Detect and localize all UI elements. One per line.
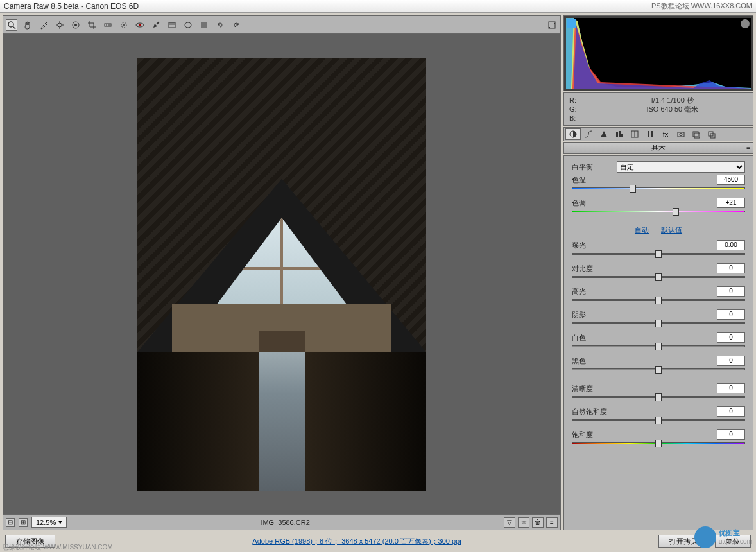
blacks-value[interactable]: 0 [717,356,745,366]
straighten-tool-icon[interactable] [102,19,114,31]
tab-fx-icon[interactable]: fx [658,128,673,140]
prefs-icon[interactable] [198,19,210,31]
svg-rect-26 [621,134,623,137]
svg-point-8 [74,24,77,26]
highlights-slider: 高光0 [572,286,745,303]
blacks-slider: 黑色0 [572,356,745,372]
tint-thumb[interactable] [673,208,679,216]
title-text: Camera Raw 8.5 beta - Canon EOS 6D [4,2,139,11]
contrast-value[interactable]: 0 [717,263,745,273]
svg-rect-9 [105,24,111,26]
fullscreen-icon[interactable] [546,19,558,31]
auto-link[interactable]: 自动 [635,226,649,234]
tint-slider: 色调+21 [572,198,745,214]
toolbar [3,16,560,34]
crop-tool-icon[interactable] [86,19,98,31]
exposure-thumb[interactable] [655,250,662,258]
svg-point-18 [185,22,191,28]
panel-menu-icon[interactable]: ≡ [746,145,750,152]
workflow-link[interactable]: Adobe RGB (1998)；8 位； 3648 x 5472 (20.0 … [62,537,652,546]
exposure-slider: 曝光0.00 [572,240,745,257]
default-link[interactable]: 默认值 [661,226,682,234]
watermark-bl: 思缘设计论坛 WWW.MISSYUAN.COM [3,543,113,552]
target-adjust-icon[interactable] [70,19,82,31]
photo-preview [137,58,426,491]
filmstrip-icon[interactable]: ≡ [546,517,558,528]
svg-rect-34 [694,133,700,138]
highlights-value[interactable]: 0 [717,286,745,297]
vibrance-value[interactable]: 0 [717,406,745,417]
filter-icon[interactable]: ▽ [504,517,515,528]
whites-value[interactable]: 0 [717,332,745,343]
b-value: B: --- [569,114,586,123]
main-area: ⊟ ⊞ 12.5%▾ IMG_3586.CR2 ▽ ☆ 🗑 ≡ [0,13,756,533]
chevron-down-icon: ▾ [58,518,62,526]
wb-eyedropper-icon[interactable] [38,19,49,31]
tab-presets-icon[interactable] [689,128,704,140]
tab-detail-icon[interactable] [596,128,612,140]
shadows-value[interactable]: 0 [717,309,745,320]
rotate-ccw-icon[interactable] [214,19,226,31]
blacks-thumb[interactable] [655,366,662,374]
shadows-thumb[interactable] [655,320,662,327]
shadow-clip-icon[interactable] [567,19,576,28]
info-readout: R: --- G: --- B: --- f/1.4 1/100 秒 ISO 6… [563,92,753,126]
color-sampler-icon[interactable] [54,19,65,31]
temp-slider: 色温4500 [572,175,745,191]
tab-split-icon[interactable] [627,128,642,140]
svg-point-14 [139,24,141,26]
histogram[interactable] [563,15,753,91]
zoom-select[interactable]: 12.5%▾ [31,517,67,528]
svg-point-2 [58,23,62,27]
preview-pane: ⊟ ⊞ 12.5%▾ IMG_3586.CR2 ▽ ☆ 🗑 ≡ [3,15,561,530]
basic-panel: 白平衡: 自定 色温4500 色调+21 自动 默认值 曝光0.00 对比度0 … [563,155,753,530]
tab-hsl-icon[interactable] [612,128,627,140]
preview-canvas[interactable] [3,34,560,514]
temp-thumb[interactable] [630,185,636,193]
wb-label: 白平衡: [572,162,617,172]
zoom-tool-icon[interactable] [6,19,17,31]
hand-tool-icon[interactable] [22,19,33,31]
logo-icon [694,526,716,548]
saturation-value[interactable]: 0 [717,429,745,440]
rating-icon[interactable]: ☆ [518,517,529,528]
clarity-value[interactable]: 0 [717,383,745,393]
svg-line-1 [13,26,15,29]
rotate-cw-icon[interactable] [230,19,242,31]
tint-value[interactable]: +21 [717,198,745,208]
redeye-tool-icon[interactable] [134,19,146,31]
svg-point-32 [680,134,682,136]
status-icons: ▽ ☆ 🗑 ≡ [504,517,558,528]
clarity-thumb[interactable] [655,393,662,401]
tab-snapshot-icon[interactable] [704,128,719,140]
temp-value[interactable]: 4500 [717,175,745,185]
r-value: R: --- [569,96,586,105]
contrast-thumb[interactable] [655,273,662,281]
trash-icon[interactable]: 🗑 [532,517,544,528]
wb-row: 白平衡: 自定 [572,161,745,173]
highlight-clip-icon[interactable] [741,19,750,28]
tab-basic-icon[interactable] [565,128,581,140]
spot-removal-icon[interactable] [118,19,130,31]
whites-thumb[interactable] [655,343,662,350]
titlebar: Camera Raw 8.5 beta - Canon EOS 6D PS教程论… [0,0,756,13]
radial-filter-icon[interactable] [182,19,194,31]
g-value: G: --- [569,105,586,114]
tab-curve-icon[interactable] [581,128,596,140]
tab-camera-icon[interactable] [673,128,689,140]
zoom-in-button[interactable]: ⊞ [19,518,28,527]
highlights-thumb[interactable] [655,297,662,304]
saturation-thumb[interactable] [655,440,662,447]
exposure-value[interactable]: 0.00 [717,240,745,250]
wb-select[interactable]: 自定 [617,161,745,173]
vibrance-thumb[interactable] [655,417,662,424]
svg-line-15 [157,22,159,24]
exif-line1: f/1.4 1/100 秒 [651,96,694,105]
panel-title: 基本 ≡ [563,142,753,154]
svg-rect-29 [648,131,649,137]
zoom-out-button[interactable]: ⊟ [6,518,15,527]
graduated-filter-icon[interactable] [166,19,178,31]
panel-tabs: fx [563,127,753,141]
adjust-brush-icon[interactable] [150,19,162,31]
tab-lens-icon[interactable] [642,128,658,140]
